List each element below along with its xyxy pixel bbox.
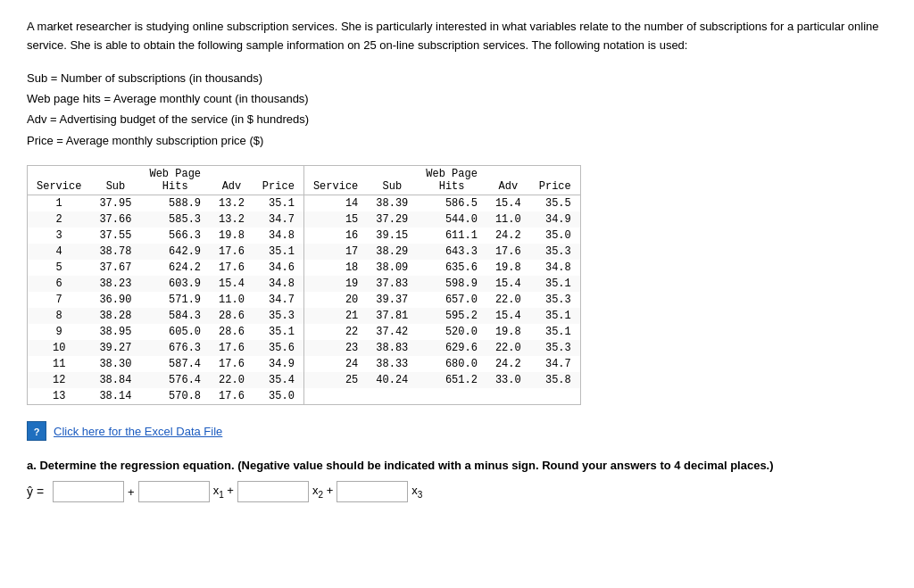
cell-6-7: 657.0 [417,292,486,308]
th-adv-2: Adv [486,180,530,195]
cell-10-9: 34.7 [530,356,581,372]
th-empty4 [253,166,304,181]
regression-input-intercept[interactable] [53,481,124,502]
cell-3-2: 642.9 [140,244,210,260]
question-a-section: a. Determine the regression equation. (N… [27,459,887,502]
cell-4-1: 37.67 [90,260,140,276]
cell-0-7: 586.5 [417,195,486,212]
cell-12-2: 570.8 [140,388,210,405]
cell-6-8: 22.0 [486,292,530,308]
regression-input-x3[interactable] [337,481,408,502]
th-hits-1: Hits [140,180,210,195]
th-hits-2: Hits [417,180,486,195]
cell-5-4: 34.8 [253,276,304,292]
regression-input-x1[interactable] [138,481,210,502]
cell-5-7: 598.9 [417,276,486,292]
cell-8-4: 35.1 [253,324,304,340]
cell-12-1: 38.14 [90,388,140,405]
table-row: 938.95605.028.635.12237.42520.019.835.1 [28,324,581,340]
cell-7-5: 21 [303,308,367,324]
intro-text: A market researcher is studying online s… [27,20,879,52]
cell-11-1: 38.84 [90,372,140,388]
regression-x1-label: x1 + [213,484,234,500]
cell-9-8: 22.0 [486,340,530,356]
cell-12-9 [530,388,581,405]
th-empty6 [367,166,417,181]
regression-input-x2[interactable] [237,481,309,502]
cell-11-3: 22.0 [210,372,253,388]
th-price-1: Price [253,180,304,195]
cell-1-9: 34.9 [530,211,581,228]
table-row: 337.55566.319.834.81639.15611.124.235.0 [28,228,581,244]
cell-10-2: 587.4 [140,356,210,372]
th-price-2: Price [530,180,581,195]
cell-0-2: 588.9 [140,195,210,212]
cell-4-4: 34.6 [253,260,304,276]
cell-8-1: 38.95 [90,324,140,340]
table-row: 1338.14570.817.635.0 [28,388,581,405]
cell-7-3: 28.6 [210,308,253,324]
excel-icon-label: ? [34,427,40,437]
cell-9-5: 23 [303,340,367,356]
table-row: 137.95588.913.235.11438.39586.515.435.5 [28,195,581,212]
cell-9-9: 35.3 [530,340,581,356]
cell-3-7: 643.3 [417,244,486,260]
cell-7-0: 8 [28,308,91,324]
cell-2-5: 16 [303,228,367,244]
cell-5-2: 603.9 [140,276,210,292]
cell-5-5: 19 [303,276,367,292]
cell-2-7: 611.1 [417,228,486,244]
cell-11-5: 25 [303,372,367,388]
th-adv-1: Adv [210,180,253,195]
cell-0-9: 35.5 [530,195,581,212]
table-row: 1138.30587.417.634.92438.33680.024.234.7 [28,356,581,372]
notation-adv: Adv = Advertising budget of the service … [27,109,887,129]
cell-3-6: 38.29 [367,244,417,260]
cell-2-4: 34.8 [253,228,304,244]
th-service-1: Service [28,180,91,195]
cell-1-5: 15 [303,211,367,228]
regression-row: ŷ = + x1 + x2 + x3 [27,481,887,502]
cell-6-9: 35.3 [530,292,581,308]
cell-5-0: 6 [28,276,91,292]
th-empty5 [303,166,367,181]
excel-icon: ? [27,421,46,441]
th-empty3 [210,166,253,181]
cell-0-5: 14 [303,195,367,212]
cell-11-2: 576.4 [140,372,210,388]
cell-10-1: 38.30 [90,356,140,372]
th-service-2: Service [303,180,367,195]
cell-1-4: 34.7 [253,211,304,228]
th-web-page-2: Web Page [417,166,486,181]
th-empty1 [28,166,91,181]
table-row: 1039.27676.317.635.62338.83629.622.035.3 [28,340,581,356]
intro-paragraph: A market researcher is studying online s… [27,18,887,55]
cell-3-8: 17.6 [486,244,530,260]
cell-5-6: 37.83 [367,276,417,292]
cell-10-8: 24.2 [486,356,530,372]
cell-12-8 [486,388,530,405]
table-row: 638.23603.915.434.81937.83598.915.435.1 [28,276,581,292]
th-empty8 [530,166,581,181]
cell-2-2: 566.3 [140,228,210,244]
th-sub-2: Sub [367,180,417,195]
cell-10-3: 17.6 [210,356,253,372]
cell-6-5: 20 [303,292,367,308]
cell-3-9: 35.3 [530,244,581,260]
cell-8-3: 28.6 [210,324,253,340]
cell-5-9: 35.1 [530,276,581,292]
cell-0-4: 35.1 [253,195,304,212]
excel-data-link[interactable]: Click here for the Excel Data File [54,425,222,438]
cell-10-5: 24 [303,356,367,372]
regression-plus1: + [128,485,135,499]
cell-2-6: 39.15 [367,228,417,244]
cell-3-5: 17 [303,244,367,260]
regression-x3-label: x3 [411,484,422,500]
cell-6-0: 7 [28,292,91,308]
table-row: 537.67624.217.634.61838.09635.619.834.8 [28,260,581,276]
cell-12-4: 35.0 [253,388,304,405]
cell-0-3: 13.2 [210,195,253,212]
cell-11-8: 33.0 [486,372,530,388]
cell-4-6: 38.09 [367,260,417,276]
cell-0-8: 15.4 [486,195,530,212]
